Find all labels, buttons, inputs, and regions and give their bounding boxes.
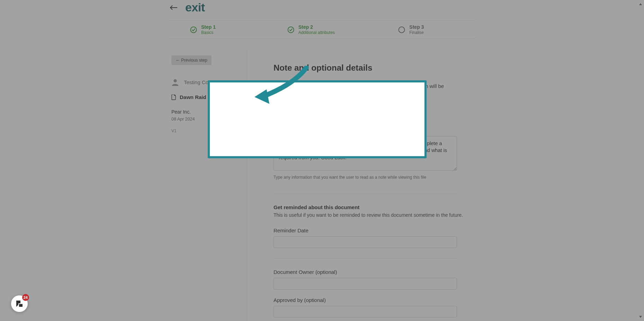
sidebar-date: 08 Apr 2024: [171, 117, 244, 122]
reminder-date-label: Reminder Date: [274, 228, 475, 233]
svg-marker-8: [639, 316, 642, 318]
svg-point-1: [191, 27, 197, 33]
reminder-date-field: Reminder Date: [274, 228, 475, 248]
stepper: Step 1 Basics Step 2 Additional attribut…: [169, 20, 475, 39]
sidebar: ← Previous step Testing Courses Dawn Rai…: [169, 49, 247, 321]
page-root: exit Step 1 Basics: [0, 0, 644, 321]
svg-rect-6: [19, 304, 23, 307]
step-subtitle: Basics: [201, 30, 216, 35]
display-note-checkbox[interactable]: [274, 113, 278, 117]
chat-badge: 24: [22, 294, 29, 301]
sidebar-version: V1: [171, 128, 244, 133]
doc-owner-field: Document Owner (optional): [274, 269, 475, 289]
chat-widget-button[interactable]: 24: [11, 295, 28, 312]
step-title: Step 2: [298, 24, 335, 30]
reminder-description: This is useful if you want to be reminde…: [274, 212, 475, 218]
approved-by-label: Approved by (optional): [274, 297, 475, 303]
page-description: Tick the box below to specify additional…: [274, 82, 457, 98]
svg-point-3: [399, 27, 405, 33]
back-arrow-button[interactable]: [169, 3, 178, 12]
content-container: exit Step 1 Basics: [169, 0, 475, 321]
sidebar-company: Pear Inc.: [171, 109, 244, 115]
note-hint: Type any information that you want the u…: [274, 175, 475, 180]
sidebar-doc-name: Dawn Raid: [180, 94, 206, 100]
scroll-down-icon[interactable]: [638, 314, 643, 320]
app-logo: exit: [185, 1, 205, 14]
step-2[interactable]: Step 2 Additional attributes: [267, 24, 364, 35]
approved-by-input[interactable]: [274, 306, 457, 318]
doc-owner-label: Document Owner (optional): [274, 269, 475, 275]
arrow-left-icon: [170, 5, 178, 10]
sidebar-user-name: Testing Courses: [184, 79, 221, 85]
chat-logo-icon: [15, 299, 24, 308]
page-title: Note and optional details: [274, 63, 475, 73]
check-circle-icon: [190, 26, 197, 33]
scroll-up-icon[interactable]: [638, 1, 643, 7]
doc-owner-input[interactable]: [274, 278, 457, 289]
main-panel: Note and optional details Tick the box b…: [247, 49, 475, 321]
step-subtitle: Additional attributes: [298, 30, 335, 35]
user-silhouette-icon: [171, 78, 179, 86]
sidebar-document: Dawn Raid: [171, 94, 244, 100]
document-icon: [171, 95, 176, 100]
svg-point-4: [173, 79, 177, 82]
step-1[interactable]: Step 1 Basics: [169, 24, 267, 35]
divider: [274, 258, 457, 259]
header-row: exit: [169, 0, 475, 20]
reminder-title: Get reminded about this document: [274, 204, 475, 210]
note-field-label: Note: [274, 127, 475, 133]
previous-step-button[interactable]: ← Previous step: [171, 55, 212, 65]
sidebar-user: Testing Courses: [171, 78, 244, 86]
reminder-date-input[interactable]: [274, 236, 457, 248]
divider: [274, 194, 457, 194]
body-row: ← Previous step Testing Courses Dawn Rai…: [169, 49, 475, 321]
display-note-row: Display note?: [274, 112, 475, 118]
circle-icon: [398, 26, 405, 33]
svg-marker-7: [639, 3, 642, 5]
step-title: Step 3: [409, 24, 424, 30]
note-block: Display note? Note Type any information …: [274, 112, 475, 180]
display-note-label: Display note?: [281, 112, 313, 118]
step-title: Step 1: [201, 24, 216, 30]
step-subtitle: Finalise: [409, 30, 424, 35]
note-textarea[interactable]: [274, 136, 457, 171]
approved-by-field: Approved by (optional): [274, 297, 475, 318]
step-3[interactable]: Step 3 Finalise: [364, 24, 475, 35]
svg-point-2: [288, 27, 294, 33]
check-circle-icon: [287, 26, 294, 33]
